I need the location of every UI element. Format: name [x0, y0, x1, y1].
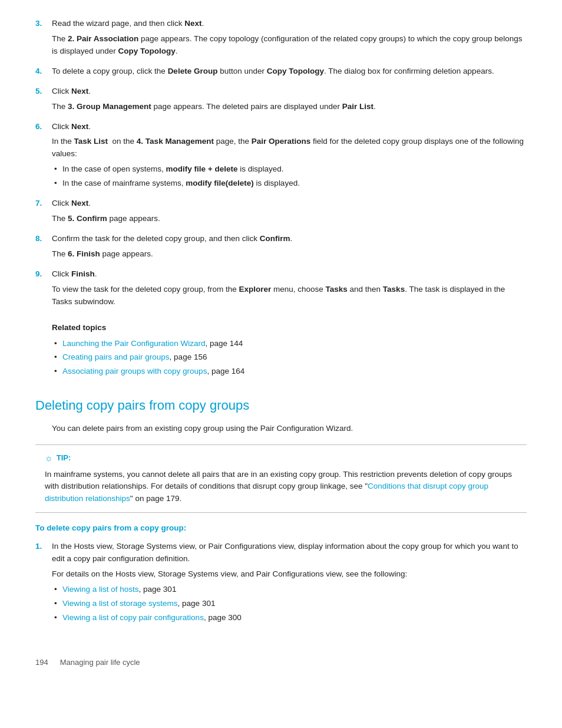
- step-3-main: Read the wizard page, and then click Nex…: [52, 18, 527, 30]
- step-num-7: 7.: [35, 197, 52, 210]
- step-6-bullet-1: In the case of open systems, modify file…: [52, 163, 527, 176]
- related-topic-3: Associating pair groups with copy groups…: [52, 365, 527, 378]
- related-topic-1: Launching the Pair Configuration Wizard,…: [52, 338, 527, 350]
- tip-box: ☼ TIP: In mainframe systems, you cannot …: [35, 444, 527, 513]
- tip-label: ☼ TIP:: [45, 451, 517, 465]
- section2-link-3[interactable]: Viewing a list of copy pair configuratio…: [62, 613, 204, 622]
- section2-link-1[interactable]: Viewing a list of hosts: [62, 585, 139, 594]
- step-content-6: Click Next. In the Task List on the 4. T…: [52, 121, 527, 193]
- step-num-5: 5.: [35, 85, 52, 98]
- step-8-sub: The 6. Finish page appears.: [52, 248, 527, 261]
- related-topics-list: Launching the Pair Configuration Wizard,…: [52, 338, 527, 378]
- step-num-8: 8.: [35, 233, 52, 245]
- related-topics: Related topics Launching the Pair Config…: [52, 322, 527, 378]
- section2-step-1-sub: For details on the Hosts view, Storage S…: [52, 568, 527, 581]
- step-6: 6. Click Next. In the Task List on the 4…: [35, 121, 527, 193]
- sub-heading: To delete copy pairs from a copy group:: [35, 522, 527, 535]
- step-4: 4. To delete a copy group, click the Del…: [35, 65, 527, 81]
- section2-bullet-1: Viewing a list of hosts, page 301: [52, 584, 527, 596]
- step-content-9: Click Finish. To view the task for the d…: [52, 268, 527, 311]
- section-intro: You can delete pairs from an existing co…: [52, 423, 527, 435]
- step-content-7: Click Next. The 5. Confirm page appears.: [52, 197, 527, 228]
- step-num-3: 3.: [35, 18, 52, 30]
- step-6-bullets: In the case of open systems, modify file…: [52, 163, 527, 190]
- tip-icon: ☼: [45, 451, 53, 465]
- step-content-4: To delete a copy group, click the Delete…: [52, 65, 527, 81]
- section2-bullet-2: Viewing a list of storage systems, page …: [52, 598, 527, 610]
- step-6-sub: In the Task List on the 4. Task Manageme…: [52, 136, 527, 160]
- step-9: 9. Click Finish. To view the task for th…: [35, 268, 527, 311]
- step-7: 7. Click Next. The 5. Confirm page appea…: [35, 197, 527, 228]
- step-8: 8. Confirm the task for the deleted copy…: [35, 233, 527, 263]
- tip-label-text: TIP:: [57, 452, 71, 464]
- step-6-main: Click Next.: [52, 121, 527, 133]
- section-heading: Deleting copy pairs from copy groups: [35, 396, 527, 416]
- step-7-sub: The 5. Confirm page appears.: [52, 213, 527, 225]
- footer: 194 Managing pair life cycle: [35, 657, 527, 668]
- step-num-4: 4.: [35, 65, 52, 78]
- tip-text: In mainframe systems, you cannot delete …: [45, 469, 517, 506]
- step-5: 5. Click Next. The 3. Group Management p…: [35, 85, 527, 116]
- step-7-main: Click Next.: [52, 197, 527, 210]
- step-8-main: Confirm the task for the deleted copy gr…: [52, 233, 527, 245]
- section2-step-num-1: 1.: [35, 541, 52, 553]
- related-topic-2: Creating pairs and pair groups, page 156: [52, 351, 527, 364]
- page-number: 194: [35, 657, 48, 668]
- related-topic-link-2[interactable]: Creating pairs and pair groups: [62, 353, 170, 361]
- related-topic-link-3[interactable]: Associating pair groups with copy groups: [62, 367, 207, 375]
- section2-step-1-main: In the Hosts view, Storage Systems view,…: [52, 541, 527, 565]
- tip-link[interactable]: Conditions that disrupt copy group distr…: [45, 482, 488, 503]
- section2-bullet-3: Viewing a list of copy pair configuratio…: [52, 612, 527, 624]
- step-9-main: Click Finish.: [52, 268, 527, 281]
- related-topics-title: Related topics: [52, 322, 527, 334]
- step-5-sub: The 3. Group Management page appears. Th…: [52, 101, 527, 113]
- step-content-8: Confirm the task for the deleted copy gr…: [52, 233, 527, 263]
- step-content-5: Click Next. The 3. Group Management page…: [52, 85, 527, 116]
- step-num-9: 9.: [35, 268, 52, 281]
- step-6-bullet-2: In the case of mainframe systems, modify…: [52, 177, 527, 190]
- step-3: 3. Read the wizard page, and then click …: [35, 18, 527, 61]
- footer-text: Managing pair life cycle: [60, 657, 140, 668]
- section2-step-1-bullets: Viewing a list of hosts, page 301 Viewin…: [52, 584, 527, 624]
- section2-step-content-1: In the Hosts view, Storage Systems view,…: [52, 541, 527, 627]
- step-content-3: Read the wizard page, and then click Nex…: [52, 18, 527, 61]
- step-4-main: To delete a copy group, click the Delete…: [52, 65, 527, 78]
- section2-step-1: 1. In the Hosts view, Storage Systems vi…: [35, 541, 527, 627]
- step-num-6: 6.: [35, 121, 52, 133]
- step-5-main: Click Next.: [52, 85, 527, 98]
- section2-link-2[interactable]: Viewing a list of storage systems: [62, 599, 178, 608]
- step-3-sub: The 2. Pair Association page appears. Th…: [52, 33, 527, 58]
- step-9-sub: To view the task for the deleted copy gr…: [52, 284, 527, 308]
- related-topic-link-1[interactable]: Launching the Pair Configuration Wizard: [62, 339, 205, 348]
